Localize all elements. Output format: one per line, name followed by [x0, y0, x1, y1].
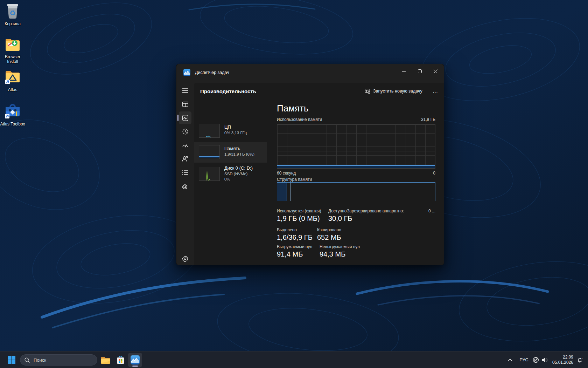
- start-button[interactable]: [5, 353, 19, 367]
- window-titlebar[interactable]: Диспетчер задач: [176, 64, 444, 81]
- memory-composition-label: Структура памяти: [277, 177, 312, 182]
- run-new-task-label: Запустить новую задачу: [373, 89, 422, 94]
- hamburger-icon: [182, 88, 188, 93]
- processes-icon: [182, 102, 188, 107]
- more-options-button[interactable]: ...: [430, 86, 440, 96]
- stat-nonpaged-pool: Невыгружаемый пул 94,3 МБ: [320, 244, 360, 258]
- nav-processes[interactable]: [179, 98, 191, 110]
- graph-timespan-label: 60 секунд: [277, 171, 296, 176]
- taskbar-file-explorer[interactable]: [98, 353, 112, 367]
- nav-menu-button[interactable]: [179, 84, 191, 97]
- speaker-icon: [542, 357, 548, 363]
- stat-value: 652 МБ: [317, 233, 341, 241]
- file-explorer-icon: [101, 356, 110, 364]
- nav-app-history[interactable]: [179, 125, 191, 138]
- stat-committed: Выделено 1,6/36,9 ГБ: [277, 227, 313, 241]
- users-icon: [182, 156, 188, 162]
- taskbar-microsoft-store[interactable]: [113, 353, 127, 367]
- desktop-icon-label: Atlas: [0, 87, 29, 92]
- maximize-button[interactable]: [412, 64, 428, 78]
- tray-time: 22:09: [552, 355, 573, 360]
- memory-heading: Память: [277, 103, 309, 114]
- ellipsis-icon: ...: [433, 88, 438, 94]
- nav-services[interactable]: [179, 180, 191, 193]
- recycle-bin-icon: ♻: [5, 3, 20, 19]
- nav-performance[interactable]: [179, 111, 191, 124]
- search-icon: [24, 357, 30, 363]
- stat-value: 0 ...: [428, 209, 435, 213]
- memory-capacity: 31,9 ГБ: [383, 117, 435, 122]
- cpu-mini-graph: [199, 124, 220, 138]
- perf-item-name: Диск 0 (C: D:): [224, 165, 253, 171]
- nav-rail: [176, 81, 194, 265]
- chevron-up-icon: [508, 359, 512, 361]
- desktop-icon-label: Browser Install: [0, 54, 25, 64]
- page-title: Производительность: [200, 88, 256, 94]
- stat-label: Зарезервировано аппаратно:: [347, 209, 404, 213]
- stat-paged-pool: Выгружаемый пул 91,4 МБ: [277, 244, 312, 258]
- tray-date: 05.01.2026: [552, 360, 573, 365]
- stat-value: 91,4 МБ: [277, 250, 312, 258]
- composition-used-segment: [277, 183, 287, 201]
- nav-details[interactable]: [179, 166, 191, 179]
- stat-label: Используется (сжатая): [277, 209, 321, 213]
- tray-notifications-button[interactable]: z: [575, 352, 585, 368]
- tray-network-button[interactable]: [531, 352, 540, 368]
- memory-composition-bar[interactable]: [277, 182, 435, 201]
- svg-text:z: z: [581, 357, 583, 360]
- nav-users[interactable]: [179, 152, 191, 165]
- taskbar-search[interactable]: [20, 354, 97, 366]
- desktop-icon-recycle-bin[interactable]: ♻ Корзина: [0, 3, 29, 26]
- stat-cached: Кэшировано 652 МБ: [317, 227, 341, 241]
- nav-settings[interactable]: [179, 252, 191, 265]
- memory-usage-label: Использование памяти: [277, 117, 322, 122]
- memory-usage-fill: [277, 165, 435, 168]
- run-new-task-button[interactable]: Запустить новую задачу: [361, 86, 426, 97]
- task-manager-taskbar-icon: [131, 355, 140, 364]
- content-panel: Производительность Запустить новую задач…: [194, 83, 444, 265]
- stat-label: Выделено: [277, 227, 313, 232]
- settings-gear-icon: [182, 255, 188, 262]
- maximize-icon: [418, 69, 422, 73]
- folder-download-icon: [5, 37, 21, 52]
- stat-hw-reserved: Зарезервировано аппаратно: 0 ...: [347, 209, 435, 213]
- history-clock-icon: [182, 129, 188, 135]
- svg-text:♻: ♻: [9, 9, 16, 17]
- tray-chevron-up[interactable]: [505, 352, 514, 368]
- nav-startup-apps[interactable]: [179, 139, 191, 151]
- window-title: Диспетчер задач: [195, 70, 229, 75]
- perf-item-memory[interactable]: Память 1,9/31,9 ГБ (6%): [194, 142, 267, 163]
- taskbar-task-manager[interactable]: [128, 353, 142, 367]
- stat-label: Невыгружаемый пул: [320, 244, 360, 249]
- desktop-icon-label: Atlas Toolbox: [0, 122, 29, 127]
- tray-clock[interactable]: 22:09 05.01.2026: [552, 352, 574, 368]
- close-icon: [434, 69, 438, 73]
- perf-item-cpu[interactable]: ЦП 0% 3,13 ГГц: [194, 121, 267, 141]
- memory-mini-graph: [199, 145, 220, 159]
- minimize-icon: [402, 69, 406, 73]
- desktop-icon-atlas-toolbox[interactable]: Atlas Toolbox: [0, 103, 29, 127]
- minimize-button[interactable]: [396, 64, 412, 78]
- globe-no-internet-icon: [533, 357, 539, 363]
- language-label: РУС: [519, 357, 528, 362]
- stat-value: 1,6/36,9 ГБ: [277, 233, 313, 241]
- search-input[interactable]: [33, 357, 87, 363]
- new-task-icon: [365, 88, 370, 94]
- windows-logo-icon: [7, 356, 16, 364]
- tray-volume-button[interactable]: [540, 352, 550, 368]
- perf-item-disk[interactable]: Диск 0 (C: D:) SSD (NVMe) 0%: [194, 164, 267, 186]
- composition-modified-segment: [288, 183, 291, 201]
- tray-language-indicator[interactable]: РУС: [518, 352, 530, 368]
- close-button[interactable]: [427, 64, 443, 78]
- disk-mini-graph: [199, 167, 220, 181]
- speedometer-icon: [182, 143, 188, 148]
- desktop-icon-atlas[interactable]: Atlas: [0, 69, 29, 92]
- perf-item-detail: 0% 3,13 ГГц: [224, 131, 247, 135]
- perf-item-name: ЦП: [224, 124, 231, 130]
- stat-used: Используется (сжатая) 1,9 ГБ (0 МБ): [277, 209, 321, 223]
- notification-bell-dnd-icon: z: [577, 357, 583, 363]
- stat-value: 30,0 ГБ: [328, 214, 352, 223]
- folder-atlas-icon: [5, 69, 21, 85]
- desktop-icon-browser-install[interactable]: Browser Install: [0, 37, 29, 64]
- stat-label: Кэшировано: [317, 227, 341, 232]
